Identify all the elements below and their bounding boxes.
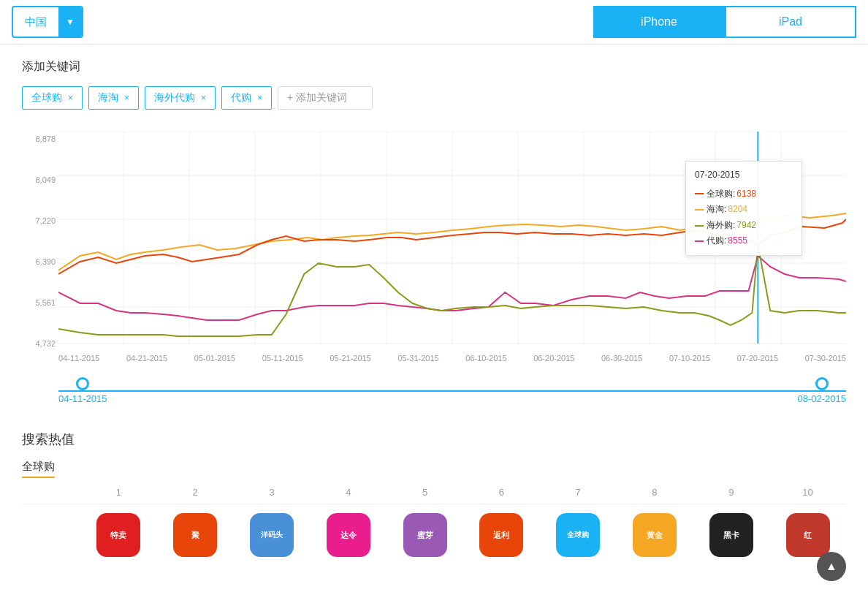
tooltip-line-0: 全球购: 6138	[695, 186, 793, 202]
keyword-label-1: 海淘	[98, 91, 118, 105]
x-label-8: 06-30-2015	[601, 354, 642, 363]
y-label-0: 8,878	[22, 134, 58, 143]
x-label-3: 05-11-2015	[262, 354, 303, 363]
main-content: 添加关键词 全球购 × 海淘 × 海外代购 × 代购 × + 添加关键词 8,8…	[0, 45, 868, 572]
keyword-section-label: 全球购	[22, 460, 55, 472]
x-label-4: 05-21-2015	[330, 354, 371, 363]
rank-10: 10	[769, 487, 846, 498]
app-icon-4: 蜜芽	[403, 513, 447, 557]
list-item[interactable]: 达令	[310, 513, 387, 557]
tooltip-date: 07-20-2015	[695, 167, 793, 183]
range-handle-left[interactable]	[76, 377, 89, 390]
tooltip-label-3: 代购:	[707, 233, 726, 249]
list-item[interactable]: 黄金	[617, 513, 693, 557]
country-arrow-icon[interactable]: ▼	[58, 7, 82, 37]
y-label-1: 8,049	[22, 175, 58, 184]
tooltip-value-0: 6138	[736, 186, 756, 202]
app-icons-row: 特卖 聚 洋码头 达令 蜜芽 返利 全球购 黄金	[22, 513, 846, 557]
list-item[interactable]: 洋码头	[234, 513, 311, 557]
ipad-button[interactable]: iPad	[725, 6, 856, 38]
keyword-tag-1[interactable]: 海淘 ×	[88, 86, 139, 110]
app-icon-1: 聚	[173, 513, 217, 557]
keyword-close-2[interactable]: ×	[201, 93, 206, 103]
app-icon-6: 全球购	[556, 513, 600, 557]
rank-3: 3	[234, 487, 311, 498]
tooltip-label-2: 海外购:	[707, 218, 735, 234]
y-label-2: 7,220	[22, 216, 58, 225]
list-item[interactable]: 黑卡	[693, 513, 769, 557]
keyword-label-2: 海外代购	[154, 91, 195, 105]
device-buttons: iPhone iPad	[593, 6, 856, 38]
x-label-1: 04-21-2015	[126, 354, 167, 363]
x-label-9: 07-10-2015	[669, 354, 710, 363]
rank-9: 9	[693, 487, 769, 498]
rank-7: 7	[540, 487, 617, 498]
list-item[interactable]: 红	[769, 513, 846, 557]
app-icon-9: 红	[786, 513, 830, 557]
y-label-3: 6,390	[22, 257, 58, 266]
tooltip-line-3: 代购: 8555	[695, 233, 793, 249]
tooltip-value-2: 7942	[736, 218, 756, 234]
list-item[interactable]: 蜜芽	[387, 513, 463, 557]
header: 中国 ▼ iPhone iPad	[0, 0, 868, 45]
search-heat-title: 搜索热值	[22, 431, 846, 448]
tooltip-label-0: 全球购:	[707, 186, 735, 202]
app-icon-0: 特卖	[96, 513, 140, 557]
rank-6: 6	[463, 487, 540, 498]
keywords-row: 全球购 × 海淘 × 海外代购 × 代购 × + 添加关键词	[22, 86, 846, 110]
tooltip-label-1: 海淘:	[707, 202, 726, 218]
tooltip-value-3: 8555	[728, 233, 747, 249]
app-icon-8: 黑卡	[709, 513, 753, 557]
rank-numbers-row: 1 2 3 4 5 6 7 8 9 10	[22, 487, 846, 504]
list-item[interactable]: 全球购	[540, 513, 617, 557]
rank-8: 8	[617, 487, 693, 498]
app-icon-3: 达令	[327, 513, 370, 557]
rank-5: 5	[387, 487, 463, 498]
list-item[interactable]: 聚	[157, 513, 234, 557]
keyword-label-3: 代购	[231, 91, 251, 105]
range-end-date: 08-02-2015	[798, 393, 847, 404]
country-label: 中国	[13, 15, 58, 29]
keyword-close-0[interactable]: ×	[68, 93, 73, 103]
app-icon-2: 洋码头	[250, 513, 294, 557]
range-start-date: 04-11-2015	[58, 393, 107, 404]
chart-tooltip: 07-20-2015 全球购: 6138 海淘: 8204 海外购:	[685, 161, 802, 256]
x-label-6: 06-10-2015	[465, 354, 506, 363]
app-icon-5: 返利	[479, 513, 523, 557]
iphone-button[interactable]: iPhone	[593, 6, 725, 38]
app-icon-7: 黄金	[633, 513, 677, 557]
tooltip-value-1: 8204	[728, 202, 747, 218]
keyword-close-3[interactable]: ×	[257, 93, 262, 103]
keyword-tag-3[interactable]: 代购 ×	[221, 86, 272, 110]
rank-4: 4	[310, 487, 387, 498]
x-label-0: 04-11-2015	[58, 354, 99, 363]
y-label-4: 5,561	[22, 298, 58, 307]
x-label-7: 06-20-2015	[533, 354, 574, 363]
list-item[interactable]: 特卖	[80, 513, 157, 557]
rank-1: 1	[80, 487, 157, 498]
keyword-tag-0[interactable]: 全球购 ×	[22, 86, 83, 110]
x-label-10: 07-20-2015	[737, 354, 778, 363]
keyword-close-1[interactable]: ×	[124, 93, 129, 103]
x-label-5: 05-31-2015	[397, 354, 438, 363]
section-title-keywords: 添加关键词	[22, 59, 846, 75]
list-item[interactable]: 返利	[463, 513, 540, 557]
keyword-label-0: 全球购	[31, 91, 62, 105]
tooltip-line-1: 海淘: 8204	[695, 202, 793, 218]
x-label-2: 05-01-2015	[194, 354, 235, 363]
country-select[interactable]: 中国 ▼	[12, 6, 83, 38]
range-handle-right[interactable]	[815, 377, 829, 390]
tooltip-line-2: 海外购: 7942	[695, 218, 793, 234]
y-label-5: 4,732	[22, 339, 58, 348]
x-label-11: 07-30-2015	[805, 354, 846, 363]
keyword-tag-2[interactable]: 海外代购 ×	[145, 86, 216, 110]
chart-container: 8,878 8,049 7,220 6,390 5,561 4,732	[22, 132, 846, 416]
rank-2: 2	[157, 487, 234, 498]
add-keyword-button[interactable]: + 添加关键词	[278, 86, 373, 110]
